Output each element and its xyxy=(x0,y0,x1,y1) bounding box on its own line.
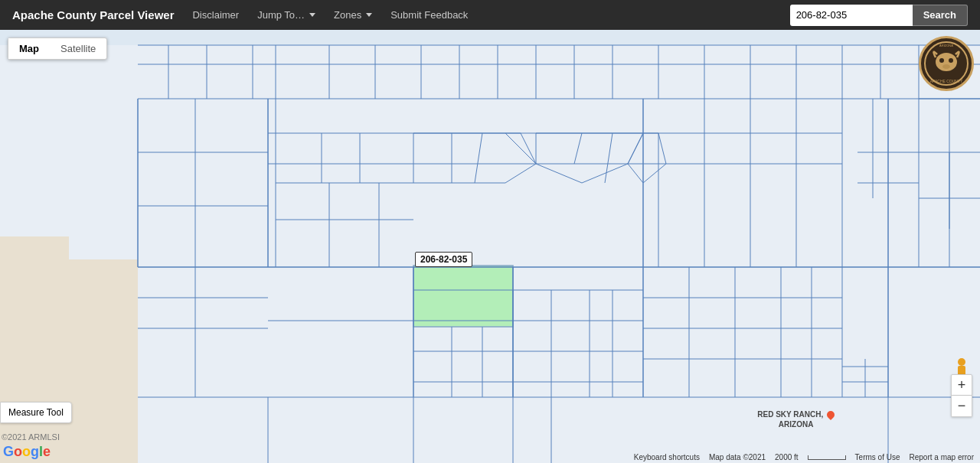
svg-point-103 xyxy=(949,58,953,63)
disclaimer-link[interactable]: Disclaimer xyxy=(192,9,239,21)
app-title: Apache County Parcel Viewer xyxy=(12,8,174,21)
report-map-error-link[interactable]: Report a map error xyxy=(910,453,974,461)
map-container[interactable]: Map Satellite APACHE COUNTY ARIZONA 206-… xyxy=(0,30,980,463)
map-toggle-button[interactable]: Map xyxy=(8,38,50,59)
map-zoom-controls: + − xyxy=(951,374,972,417)
google-logo: G o o g l e xyxy=(3,444,51,460)
parcel-label: 206-82-035 xyxy=(415,252,472,267)
svg-text:ARIZONA: ARIZONA xyxy=(939,44,953,47)
svg-rect-3 xyxy=(0,236,69,275)
search-box: Search xyxy=(790,5,968,26)
submit-feedback-link[interactable]: Submit Feedback xyxy=(390,9,468,21)
search-button[interactable]: Search xyxy=(913,5,968,26)
scale-bar-graphic xyxy=(808,455,846,460)
map-satellite-toggle: Map Satellite xyxy=(8,37,107,60)
svg-rect-1 xyxy=(0,30,980,45)
keyboard-shortcuts-link[interactable]: Keyboard shortcuts xyxy=(634,453,700,461)
zones-link[interactable]: Zones xyxy=(334,9,372,21)
svg-point-104 xyxy=(942,64,950,69)
county-logo: APACHE COUNTY ARIZONA xyxy=(919,36,974,91)
navbar: Apache County Parcel Viewer Disclaimer J… xyxy=(0,0,980,30)
scale-text: 2000 ft xyxy=(775,453,799,461)
zones-caret-icon xyxy=(366,13,372,17)
svg-text:APACHE COUNTY: APACHE COUNTY xyxy=(930,79,963,83)
svg-rect-0 xyxy=(0,30,980,463)
county-seal-icon: APACHE COUNTY ARIZONA xyxy=(923,41,969,86)
search-input[interactable] xyxy=(790,5,913,26)
map-bottom-bar: Keyboard shortcuts Map data ©2021 2000 f… xyxy=(628,452,980,463)
parcel-lines-overlay xyxy=(0,30,980,463)
terms-of-use-link[interactable]: Terms of Use xyxy=(855,453,900,461)
zoom-in-button[interactable]: + xyxy=(951,374,972,396)
zoom-out-button[interactable]: − xyxy=(951,396,972,417)
poi-pin-icon xyxy=(825,409,836,420)
svg-point-102 xyxy=(939,58,944,63)
red-sky-ranch-poi: RED SKY RANCH, ARIZONA xyxy=(757,409,835,429)
svg-rect-4 xyxy=(413,266,513,327)
jump-to-caret-icon xyxy=(309,13,315,17)
satellite-toggle-button[interactable]: Satellite xyxy=(50,38,106,59)
svg-point-107 xyxy=(958,358,965,366)
measure-tool-button[interactable]: Measure Tool xyxy=(0,402,72,423)
jump-to-link[interactable]: Jump To… xyxy=(257,9,315,21)
map-data-text: Map data ©2021 xyxy=(709,453,766,461)
armlsi-watermark: ©2021 ARMLSI xyxy=(2,432,60,442)
